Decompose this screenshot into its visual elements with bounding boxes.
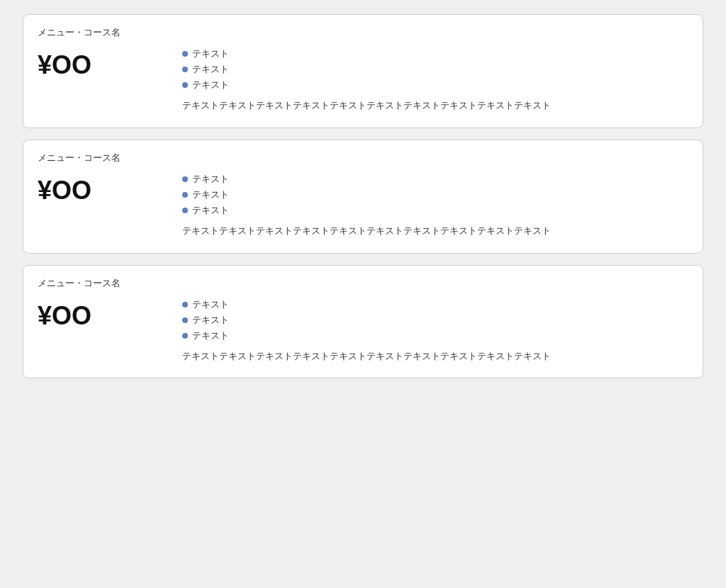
list-item-text: テキスト [192,314,229,327]
list-item: テキスト [182,47,688,60]
list-item: テキスト [182,63,688,76]
card-description: テキストテキストテキストテキストテキストテキストテキストテキストテキストテキスト [182,224,688,239]
list-item-text: テキスト [192,204,229,217]
card-3: メニュー・コース名¥OOテキストテキストテキストテキストテキストテキストテキスト… [23,265,703,379]
card-2: メニュー・コース名¥OOテキストテキストテキストテキストテキストテキストテキスト… [23,140,703,254]
bullet-icon [182,333,188,339]
card-list: テキストテキストテキスト [182,47,688,91]
list-item-text: テキスト [192,173,229,186]
card-details: テキストテキストテキストテキストテキストテキストテキストテキストテキストテキスト… [182,173,688,239]
bullet-icon [182,51,188,57]
bullet-icon [182,208,188,213]
card-price: ¥OO [38,173,165,205]
bullet-icon [182,192,188,198]
cards-container: メニュー・コース名¥OOテキストテキストテキストテキストテキストテキストテキスト… [23,14,703,378]
card-description: テキストテキストテキストテキストテキストテキストテキストテキストテキストテキスト [182,98,688,113]
bullet-icon [182,317,188,323]
card-title: メニュー・コース名 [38,277,688,290]
bullet-icon [182,302,188,307]
card-body: ¥OOテキストテキストテキストテキストテキストテキストテキストテキストテキストテ… [38,173,688,239]
card-title: メニュー・コース名 [38,26,688,39]
list-item: テキスト [182,298,688,311]
card-details: テキストテキストテキストテキストテキストテキストテキストテキストテキストテキスト… [182,298,688,364]
list-item: テキスト [182,329,688,342]
list-item-text: テキスト [192,329,229,342]
list-item: テキスト [182,314,688,327]
list-item: テキスト [182,173,688,186]
bullet-icon [182,67,188,72]
card-title: メニュー・コース名 [38,152,688,164]
card-description: テキストテキストテキストテキストテキストテキストテキストテキストテキストテキスト [182,349,688,364]
bullet-icon [182,176,188,182]
list-item-text: テキスト [192,298,229,311]
list-item-text: テキスト [192,79,229,91]
card-details: テキストテキストテキストテキストテキストテキストテキストテキストテキストテキスト… [182,47,688,113]
list-item-text: テキスト [192,47,229,60]
list-item-text: テキスト [192,63,229,76]
card-price: ¥OO [38,298,165,331]
card-price: ¥OO [38,47,165,80]
card-body: ¥OOテキストテキストテキストテキストテキストテキストテキストテキストテキストテ… [38,47,688,113]
card-body: ¥OOテキストテキストテキストテキストテキストテキストテキストテキストテキストテ… [38,298,688,364]
list-item: テキスト [182,188,688,201]
list-item-text: テキスト [192,188,229,201]
list-item: テキスト [182,79,688,91]
list-item: テキスト [182,204,688,217]
bullet-icon [182,82,188,88]
card-list: テキストテキストテキスト [182,173,688,217]
card-1: メニュー・コース名¥OOテキストテキストテキストテキストテキストテキストテキスト… [23,14,703,128]
card-list: テキストテキストテキスト [182,298,688,342]
